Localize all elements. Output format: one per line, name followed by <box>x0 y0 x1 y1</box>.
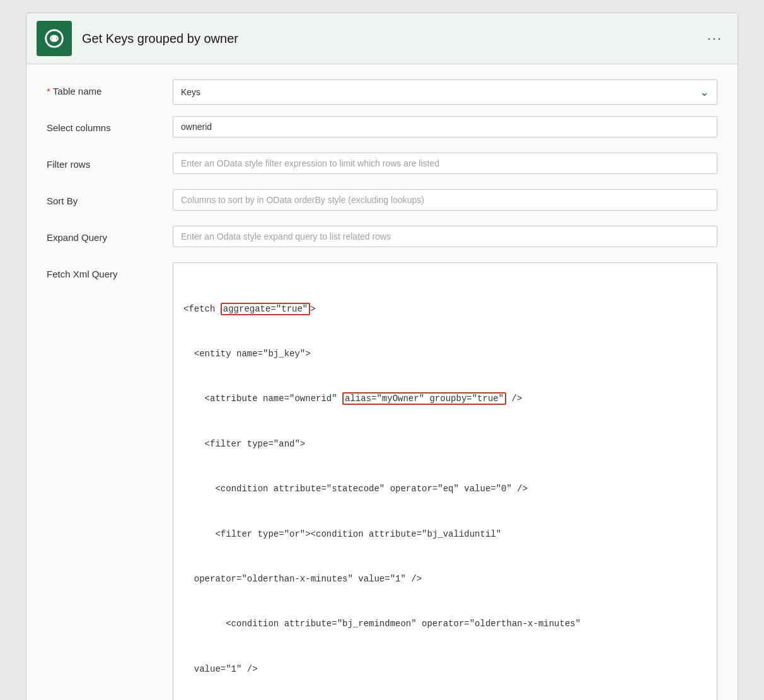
filter-rows-control <box>173 153 717 174</box>
more-options-button[interactable]: ··· <box>702 28 727 49</box>
code-plain-1: <fetch <box>183 304 221 314</box>
filter-rows-row: Filter rows <box>47 153 717 180</box>
code-line3-plain1: <attribute name="ownerid" <box>183 394 342 404</box>
required-star: * <box>47 86 50 96</box>
fetch-xml-label: Fetch Xml Query <box>47 262 173 279</box>
expand-query-row: Expand Query <box>47 226 717 254</box>
code-line3-plain2: /> <box>506 394 522 404</box>
table-name-select[interactable]: Keys ⌄ <box>173 79 717 105</box>
filter-rows-input[interactable] <box>173 153 717 174</box>
code-line-4: <filter type="and"> <box>183 437 707 452</box>
logo-icon <box>42 26 66 50</box>
select-columns-row: Select columns <box>47 116 717 144</box>
table-name-label: *Table name <box>47 79 173 96</box>
code-line-1: <fetch aggregate="true"> <box>183 302 707 317</box>
sort-by-row: Sort By <box>47 189 717 217</box>
expand-query-control <box>173 226 717 247</box>
app-logo <box>37 21 72 56</box>
fetch-xml-query-row: Fetch Xml Query <fetch aggregate="true">… <box>47 262 717 700</box>
expand-query-label: Expand Query <box>47 226 173 243</box>
code-highlight-1: aggregate="true" <box>221 303 310 315</box>
code-line-2: <entity name="bj_key"> <box>183 347 707 362</box>
table-name-row: *Table name Keys ⌄ <box>47 79 717 107</box>
sort-by-label: Sort By <box>47 189 173 206</box>
chevron-down-icon: ⌄ <box>700 85 709 99</box>
code-line-8: <condition attribute="bj_remindmeon" ope… <box>183 617 707 632</box>
fetch-xml-code-box[interactable]: <fetch aggregate="true"> <entity name="b… <box>173 262 717 700</box>
code-line-5: <condition attribute="statecode" operato… <box>183 482 707 497</box>
header: Get Keys grouped by owner ··· <box>26 13 738 64</box>
expand-query-input[interactable] <box>173 226 717 247</box>
code-line-9: value="1" /> <box>183 662 707 677</box>
select-columns-input[interactable] <box>173 116 717 137</box>
select-columns-label: Select columns <box>47 116 173 133</box>
sort-by-input[interactable] <box>173 189 717 211</box>
svg-point-1 <box>52 36 57 41</box>
code-line-6: <filter type="or"><condition attribute="… <box>183 527 707 542</box>
code-plain-2: > <box>310 304 315 314</box>
fetch-xml-control: <fetch aggregate="true"> <entity name="b… <box>173 262 717 700</box>
filter-rows-label: Filter rows <box>47 153 173 170</box>
sort-by-control <box>173 189 717 211</box>
page-title: Get Keys grouped by owner <box>82 32 692 46</box>
code-highlight-2: alias="myOwner" groupby="true" <box>342 392 506 405</box>
code-line-3: <attribute name="ownerid" alias="myOwner… <box>183 392 707 407</box>
main-card: Get Keys grouped by owner ··· *Table nam… <box>26 13 738 700</box>
form-body: *Table name Keys ⌄ Select columns Filter… <box>26 64 738 700</box>
table-name-value: Keys <box>181 87 200 97</box>
select-columns-control <box>173 116 717 137</box>
table-name-control: Keys ⌄ <box>173 79 717 105</box>
code-line-7: operator="olderthan-x-minutes" value="1"… <box>183 572 707 587</box>
